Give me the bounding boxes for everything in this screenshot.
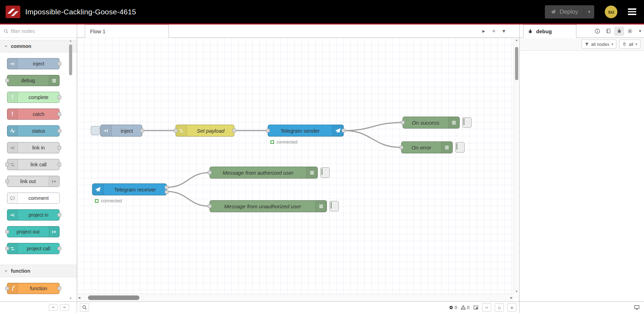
scroll-down-icon[interactable]: ▼	[514, 290, 519, 293]
palette-node-catch[interactable]: ! catch	[7, 109, 60, 120]
config-nodes-tab-button[interactable]	[625, 27, 635, 36]
tab-scroll-right-button[interactable]: ▸	[482, 28, 485, 34]
navigator-toggle-button[interactable]	[473, 305, 479, 310]
palette-node-inject[interactable]: inject	[7, 58, 60, 69]
input-port[interactable]	[174, 129, 178, 133]
flow-node-telegram-sender[interactable]: Telegram sender	[268, 125, 344, 137]
wire[interactable]	[167, 173, 210, 187]
hamburger-icon	[628, 8, 636, 10]
palette-node-comment[interactable]: comment	[7, 193, 60, 204]
palette-filter-input[interactable]	[11, 28, 73, 34]
flow-node-on-error[interactable]: On error	[401, 141, 453, 153]
output-port[interactable]	[57, 247, 61, 251]
canvas-search-button[interactable]	[80, 303, 89, 312]
scrollbar-thumb[interactable]	[69, 44, 72, 75]
caret-down-icon: ▾	[611, 42, 614, 47]
palette-node-function[interactable]: f function	[7, 283, 60, 294]
scrollbar-thumb[interactable]	[515, 47, 518, 80]
input-port[interactable]	[5, 79, 9, 83]
palette-node-debug[interactable]: debug	[7, 75, 60, 86]
info-tab-button[interactable]	[592, 27, 602, 36]
palette-category-common[interactable]: common	[0, 40, 77, 53]
sidebar-menu-button[interactable]: ▾	[639, 28, 641, 34]
output-port-2[interactable]	[165, 190, 169, 194]
deploy-button[interactable]: Deploy	[545, 5, 584, 19]
palette-node-link-call[interactable]: link call	[7, 159, 60, 170]
input-port[interactable]	[5, 287, 9, 291]
input-port[interactable]	[5, 180, 9, 183]
debug-clear-button[interactable]: all ▾	[619, 40, 640, 49]
output-port[interactable]	[57, 129, 61, 133]
scrollbar-thumb[interactable]	[88, 295, 139, 300]
flow-list-button[interactable]: ▾	[502, 28, 505, 34]
zoom-out-button[interactable]: −	[482, 303, 491, 312]
wire[interactable]	[167, 191, 210, 206]
input-port[interactable]	[5, 163, 9, 167]
error-counter[interactable]: 0	[449, 305, 457, 310]
palette-node-status[interactable]: status	[7, 125, 60, 137]
scroll-up-icon[interactable]: ▲	[514, 39, 519, 42]
tab-flow-1[interactable]: Flow 1	[85, 25, 169, 38]
flow-node-on-success[interactable]: On success	[403, 117, 460, 128]
help-tab-button[interactable]	[603, 27, 613, 36]
tab-debug[interactable]: debug	[523, 25, 576, 38]
scroll-left-icon[interactable]: ◀	[78, 294, 80, 301]
output-port[interactable]	[342, 129, 345, 133]
palette-node-project-call[interactable]: project call	[7, 243, 60, 254]
input-port[interactable]	[5, 247, 9, 251]
wire[interactable]	[344, 131, 401, 147]
palette-collapse-all-button[interactable]	[49, 304, 58, 311]
input-port[interactable]	[399, 146, 403, 149]
flow-node-msg-unauthorized[interactable]: Message from unauthorized user	[210, 200, 327, 212]
palette-category-function[interactable]: function	[0, 265, 77, 277]
event-log-button[interactable]	[634, 305, 640, 310]
debug-filter-button[interactable]: all nodes ▾	[582, 40, 617, 49]
output-port[interactable]	[232, 129, 236, 133]
main-menu-button[interactable]	[628, 8, 636, 15]
palette-node-link-in[interactable]: link in	[7, 142, 60, 153]
input-port[interactable]	[266, 129, 270, 133]
scroll-down-icon[interactable]: ▼	[69, 297, 73, 300]
output-port[interactable]	[57, 163, 61, 167]
flow-node-msg-authorized[interactable]: Message from autherized user	[210, 167, 318, 179]
palette-node-complete[interactable]: ! complete	[7, 92, 60, 103]
wire[interactable]	[344, 123, 403, 131]
output-port[interactable]	[57, 96, 61, 99]
scroll-up-icon[interactable]: ▲	[69, 39, 73, 42]
debug-toggle-button[interactable]	[329, 201, 339, 211]
output-port[interactable]	[57, 146, 61, 150]
deploy-options-button[interactable]: ▾	[584, 5, 594, 19]
avatar[interactable]: su	[605, 6, 617, 18]
flow-node-telegram-receiver[interactable]: Telegram receiver	[92, 183, 167, 195]
palette-expand-all-button[interactable]	[60, 304, 69, 311]
output-port-1[interactable]	[165, 186, 169, 189]
add-flow-button[interactable]: +	[492, 28, 495, 34]
flow-canvas[interactable]: inject Set payload Telegram sender conne…	[77, 38, 519, 301]
zoom-reset-button[interactable]: ○	[495, 303, 504, 312]
zoom-in-button[interactable]: +	[507, 303, 516, 312]
palette-scrollbar[interactable]: ▲ ▼	[69, 39, 73, 300]
output-port[interactable]	[57, 213, 61, 217]
output-port[interactable]	[57, 287, 61, 291]
palette-node-project-in[interactable]: project in	[7, 209, 60, 221]
flow-node-set-payload[interactable]: Set payload	[176, 125, 234, 137]
palette-node-project-out[interactable]: project out	[7, 226, 60, 237]
input-port[interactable]	[401, 121, 405, 125]
debug-toggle-button[interactable]	[455, 142, 465, 153]
canvas-vertical-scrollbar[interactable]: ▲ ▼	[514, 38, 519, 294]
output-port[interactable]	[57, 62, 61, 66]
debug-tab-button[interactable]	[614, 27, 624, 36]
output-port[interactable]	[140, 129, 144, 133]
warning-counter[interactable]: 0	[461, 305, 470, 310]
canvas-horizontal-scrollbar[interactable]: ◀ ▶	[77, 294, 514, 301]
input-port[interactable]	[5, 230, 9, 234]
debug-toggle-button[interactable]	[462, 117, 472, 128]
palette-node-link-out[interactable]: link out	[7, 176, 60, 187]
input-port[interactable]	[208, 171, 212, 175]
scroll-right-icon[interactable]: ▶	[511, 294, 513, 301]
output-port[interactable]	[57, 112, 61, 116]
input-port[interactable]	[208, 204, 212, 208]
debug-toggle-button[interactable]	[320, 167, 330, 178]
flow-node-inject[interactable]: inject	[100, 125, 142, 137]
inject-trigger-button[interactable]	[91, 126, 100, 135]
